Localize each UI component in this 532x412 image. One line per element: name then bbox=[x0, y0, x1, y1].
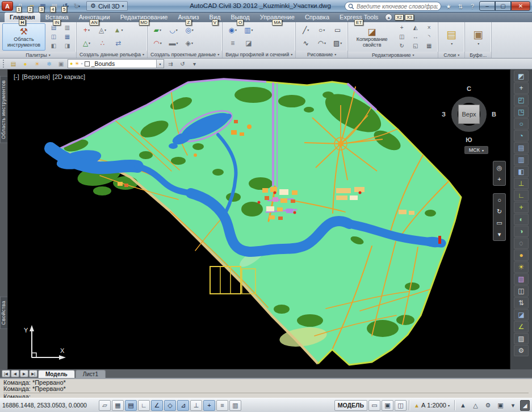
ucs-origin-tool[interactable]: + bbox=[514, 202, 529, 213]
layer-lock-button[interactable]: ▣ bbox=[56, 59, 66, 68]
drawing-canvas[interactable]: [-][Верхняя][2D каркас] С В Ю З Верх МСК… bbox=[7, 69, 510, 369]
polar-toggle[interactable]: ∠ bbox=[151, 400, 163, 411]
ducs-toggle[interactable]: ⊥ bbox=[190, 400, 202, 411]
tool-palettes-button[interactable]: ▥ bbox=[61, 24, 74, 32]
pan-tool[interactable]: + bbox=[514, 82, 529, 94]
ribbon-minimize-button[interactable]: ▲ bbox=[385, 14, 392, 21]
annotation-visibility-button[interactable]: ▲ bbox=[457, 400, 469, 411]
workspace-switcher[interactable]: ⚙ Civil 3D ▾ bbox=[86, 1, 128, 11]
visual-style-control[interactable]: [2D каркас] bbox=[53, 73, 85, 80]
ucs-world-tool[interactable]: ⊥ bbox=[514, 178, 529, 189]
tab-home[interactable]: ГлавнаяН bbox=[5, 13, 40, 22]
search-input[interactable] bbox=[357, 3, 438, 10]
save-button[interactable]: ▦3 bbox=[37, 1, 48, 11]
view-top-tool[interactable]: ▤ bbox=[514, 142, 529, 153]
panel-label[interactable]: Создать данные рельефа▾ bbox=[77, 51, 147, 58]
rotate-button[interactable]: ↻ bbox=[395, 42, 408, 51]
prev-tab-button[interactable]: ◀ bbox=[11, 370, 19, 377]
layer-previous-button[interactable]: ↺ bbox=[177, 59, 188, 68]
rectangle-button[interactable]: ▭ bbox=[330, 24, 345, 36]
fillet-button[interactable]: ◝ bbox=[422, 33, 435, 41]
content-browser-button[interactable]: ▦ bbox=[61, 33, 74, 41]
undo-button[interactable]: ↺▾5 bbox=[60, 1, 71, 11]
survey-toolspace-button[interactable]: ◧ bbox=[47, 42, 60, 51]
sign-in-button[interactable]: ★ bbox=[443, 2, 454, 11]
chevron-down-icon[interactable]: ▾ bbox=[156, 60, 164, 68]
ortho-toggle[interactable]: ∟ bbox=[138, 400, 150, 411]
layer-walk-tool[interactable]: ▨ bbox=[514, 333, 529, 344]
zoom-window-tool[interactable]: ◳ bbox=[514, 106, 529, 118]
quick-properties-toggle[interactable]: ▥ bbox=[229, 400, 241, 411]
maximize-button[interactable]: ▢ bbox=[495, 1, 511, 11]
grid-toggle[interactable]: ▤ bbox=[125, 400, 137, 411]
last-tab-button[interactable]: ▶| bbox=[29, 370, 37, 377]
landxml-button[interactable]: ⇄ bbox=[111, 37, 126, 49]
scale-button[interactable]: ◱ bbox=[409, 42, 422, 51]
clean-screen-button[interactable]: ◢ bbox=[520, 400, 530, 411]
plot-button[interactable]: ▤4 bbox=[49, 1, 60, 11]
quick-view-drawings-button[interactable]: ◫ bbox=[395, 400, 407, 411]
tray-arrow-button[interactable]: ▾ bbox=[507, 400, 519, 411]
assembly-button[interactable]: ◈▾ bbox=[182, 37, 197, 49]
application-menu-button[interactable]: A bbox=[2, 1, 13, 11]
toolspace-button[interactable]: ⚒Область инструментов bbox=[2, 23, 45, 51]
zoom-button[interactable]: ○ bbox=[495, 195, 504, 205]
circle-button[interactable]: ○▾ bbox=[314, 24, 329, 36]
viewcube-tool[interactable]: ◩ bbox=[514, 70, 529, 82]
parcel-button[interactable]: ▰▾ bbox=[150, 24, 165, 36]
open-button[interactable]: ▱2 bbox=[26, 1, 37, 11]
infocenter-search[interactable] bbox=[345, 2, 441, 11]
mass-haul-button[interactable]: ◪ bbox=[241, 37, 256, 49]
pan-button[interactable]: + bbox=[495, 174, 504, 184]
orbit-button[interactable]: ↻ bbox=[495, 207, 504, 216]
toolbar-lock-button[interactable]: ▣ bbox=[495, 400, 506, 411]
viewcube-ucs-menu[interactable]: МСК ▾ bbox=[464, 146, 488, 154]
visual-style-tool[interactable]: ◐ bbox=[514, 214, 529, 225]
layer-off-button[interactable]: ● bbox=[20, 59, 31, 68]
minimize-button[interactable]: – bbox=[479, 1, 495, 11]
tab-annotate[interactable]: АннотацииAN bbox=[74, 13, 115, 22]
otrack-toggle[interactable]: ⊿ bbox=[177, 400, 189, 411]
layer-isolate-button[interactable]: ☀ bbox=[32, 59, 43, 68]
properties-palette-tab[interactable]: Свойства bbox=[0, 297, 7, 329]
move-button[interactable]: + bbox=[395, 24, 408, 32]
viewport-menu-control[interactable]: [-] bbox=[14, 73, 19, 80]
layer-match-button[interactable]: ⇉ bbox=[165, 59, 176, 68]
camera-tool[interactable]: ◫ bbox=[514, 285, 529, 297]
materials-tool[interactable]: ▧ bbox=[514, 273, 529, 285]
point-groups-button[interactable]: ∴ bbox=[95, 37, 110, 49]
redo-button[interactable]: ↻▾ bbox=[72, 1, 82, 11]
match-properties-button[interactable]: ◪Копирование свойств bbox=[350, 23, 393, 51]
tab-view[interactable]: ВидV bbox=[204, 13, 226, 22]
panel-label[interactable]: Виды профилей и сечений▾ bbox=[223, 51, 295, 58]
layer-freeze-button[interactable]: ❄ bbox=[44, 59, 55, 68]
steering-wheel-button[interactable]: ◎ bbox=[495, 163, 504, 172]
tab-express-tools[interactable]: Express ToolsET bbox=[334, 13, 383, 22]
zoom-extents-tool[interactable]: ◰ bbox=[514, 94, 529, 106]
tab-layout1[interactable]: Лист1 bbox=[76, 370, 106, 378]
viewcube-south[interactable]: Ю bbox=[466, 136, 472, 143]
section-tool[interactable]: ◪ bbox=[514, 309, 529, 321]
trim-button[interactable]: × bbox=[422, 24, 435, 32]
layer-properties-button[interactable]: ▤▾ bbox=[441, 23, 462, 51]
viewcube-west[interactable]: З bbox=[442, 111, 446, 118]
mirror-button[interactable]: ◭ bbox=[409, 24, 422, 32]
zoom-tool[interactable]: ○ bbox=[514, 118, 529, 130]
line-button[interactable]: ╱▾ bbox=[298, 24, 313, 36]
arc-button[interactable]: ◠▾ bbox=[314, 37, 329, 49]
osnap-toggle[interactable]: ◇ bbox=[164, 400, 176, 411]
panel-label[interactable]: Рисование▾ bbox=[296, 51, 347, 58]
toolspace-palette-tab[interactable]: Область инструментов bbox=[0, 76, 7, 143]
orbit-tool[interactable]: ◔ bbox=[514, 130, 529, 142]
alignment-button[interactable]: ◠▾ bbox=[150, 37, 165, 49]
viewcube[interactable]: С В Ю З Верх bbox=[442, 87, 496, 142]
viewcube-east[interactable]: В bbox=[492, 111, 496, 118]
tab-help[interactable]: Справка bbox=[300, 13, 334, 22]
viewcube-top-face[interactable]: Верх bbox=[458, 105, 480, 124]
qnew-button[interactable]: ▯1 bbox=[15, 1, 26, 11]
model-space-button[interactable]: ▭ bbox=[368, 400, 380, 411]
communication-center-button[interactable]: ⇅ bbox=[455, 2, 466, 11]
ucs-tool[interactable]: ∟ bbox=[514, 190, 529, 201]
panel-label[interactable]: Создать проектные данные▾ bbox=[148, 51, 222, 58]
panel-label[interactable]: Буфе... bbox=[465, 52, 491, 58]
